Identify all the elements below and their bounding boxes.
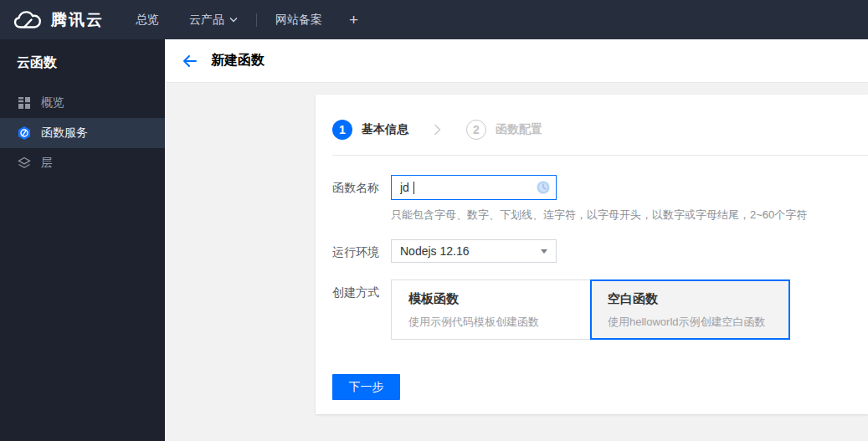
step-2-label: 函数配置: [496, 122, 542, 137]
runtime-selected-value: Nodejs 12.16: [400, 244, 470, 258]
grid-icon: [17, 95, 32, 110]
sidebar-item-overview[interactable]: 概览: [0, 88, 165, 118]
function-name-input[interactable]: [391, 175, 557, 200]
step-2-circle: 2: [466, 120, 486, 140]
sidebar-item-function-service[interactable]: 函数服务: [0, 118, 165, 148]
method-card-desc: 使用示例代码模板创建函数: [408, 315, 578, 330]
nav-cloud-products[interactable]: 云产品: [174, 0, 253, 39]
caret-down-icon: [541, 249, 547, 254]
sidebar-menu: 概览 函数服务 层: [0, 88, 165, 178]
method-card-template-function[interactable]: 模板函数 使用示例代码模板创建函数: [391, 279, 591, 340]
chevron-down-icon: [229, 17, 238, 23]
nav-icp-filing[interactable]: 网站备案: [260, 0, 337, 39]
layers-icon: [17, 156, 32, 171]
back-arrow-icon[interactable]: [182, 54, 198, 69]
create-function-card: 1 基本信息 2 函数配置 函数名称: [316, 95, 868, 414]
section-divider: [332, 155, 868, 156]
page-title: 新建函数: [211, 52, 265, 69]
method-card-title: 模板函数: [408, 291, 578, 307]
add-tab-button[interactable]: +: [337, 11, 370, 29]
sidebar-item-label: 层: [41, 156, 53, 171]
method-card-blank-function[interactable]: 空白函数 使用helloworld示例创建空白函数: [590, 279, 790, 340]
runtime-row: 运行环境 Nodejs 12.16: [332, 239, 851, 263]
method-card-desc: 使用helloworld示例创建空白函数: [608, 315, 778, 330]
function-name-row: 函数名称: [332, 175, 851, 223]
runtime-select[interactable]: Nodejs 12.16: [391, 239, 557, 263]
cloud-logo-icon: [13, 9, 44, 30]
text-caret: [413, 182, 414, 194]
sidebar-title: 云函数: [0, 39, 165, 70]
sidebar-item-layers[interactable]: 层: [0, 148, 165, 178]
sidebar-item-label: 概览: [41, 95, 64, 110]
function-name-label: 函数名称: [332, 175, 391, 223]
brand-text: 腾讯云: [51, 9, 104, 31]
sidebar: 云函数 概览 函数服务: [0, 39, 165, 441]
sidebar-item-label: 函数服务: [41, 126, 88, 141]
creation-method-label: 创建方式: [332, 279, 391, 340]
top-navigation: 总览 云产品 网站备案 +: [121, 0, 370, 39]
clock-icon[interactable]: [536, 180, 551, 195]
step-indicator: 1 基本信息 2 函数配置: [332, 120, 851, 140]
main-area: 新建函数 1 基本信息 2 函数配置 函数名称: [165, 39, 868, 441]
function-name-hint: 只能包含字母、数字、下划线、连字符，以字母开头，以数字或字母结尾，2~60个字符: [391, 208, 807, 223]
step-1-circle: 1: [332, 120, 352, 140]
chevron-right-icon: [434, 124, 441, 136]
nav-overview[interactable]: 总览: [121, 0, 174, 39]
creation-method-row: 创建方式 模板函数 使用示例代码模板创建函数 空白函数 使用helloworld…: [332, 279, 851, 340]
nav-divider: [256, 13, 257, 27]
method-card-title: 空白函数: [608, 291, 778, 307]
scf-hexagon-icon: [17, 126, 32, 141]
basic-info-form: 函数名称: [332, 175, 851, 400]
topbar: 腾讯云 总览 云产品 网站备案 +: [0, 0, 868, 39]
runtime-label: 运行环境: [332, 239, 391, 263]
method-card-group: 模板函数 使用示例代码模板创建函数 空白函数 使用helloworld示例创建空…: [391, 279, 790, 340]
tencent-cloud-logo[interactable]: 腾讯云: [0, 9, 104, 31]
step-1-label: 基本信息: [362, 122, 408, 137]
page-header: 新建函数: [165, 39, 868, 83]
next-step-button[interactable]: 下一步: [332, 374, 400, 400]
